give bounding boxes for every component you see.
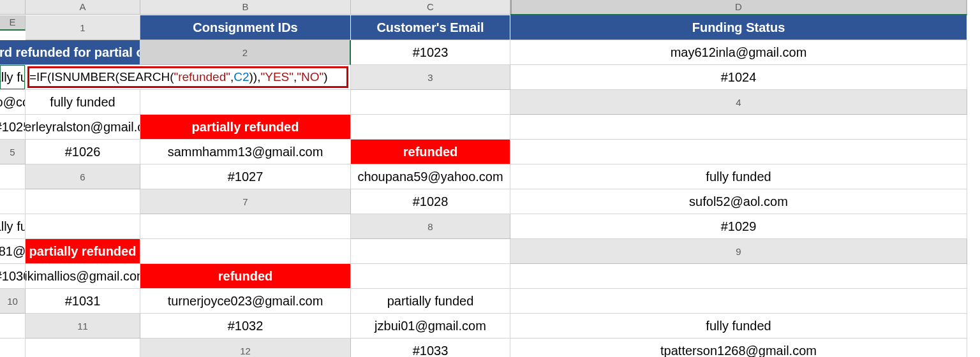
row-header-12[interactable]: 12 [140, 339, 351, 357]
cell-c10[interactable]: partially funded [351, 289, 510, 314]
cell-c2-value: partially funded [0, 70, 26, 85]
col-header-c[interactable]: C [351, 0, 510, 15]
row-header-4[interactable]: 4 [510, 90, 967, 115]
row-header-5[interactable]: 5 [0, 140, 26, 164]
row-header-1[interactable]: 1 [26, 15, 140, 40]
cell-b8[interactable]: evanscleo81@gmail.com [0, 239, 26, 264]
row-header-6[interactable]: 6 [26, 164, 140, 189]
cell-a5[interactable]: #1026 [26, 140, 140, 164]
cell-a2[interactable]: #1023 [351, 40, 510, 65]
spreadsheet-grid[interactable]: A B C D E 1 Consignment IDs Customer's E… [0, 0, 980, 357]
cell-c9[interactable]: refunded [140, 264, 351, 289]
header-email[interactable]: Customer's Email [351, 15, 510, 40]
cell-d10[interactable] [510, 289, 967, 314]
cell-a7[interactable]: #1028 [351, 189, 510, 214]
cell-e5[interactable] [0, 164, 26, 189]
cell-d7[interactable] [26, 214, 140, 239]
cell-c4[interactable]: partially refunded [140, 115, 351, 140]
col-header-d-label: D [735, 1, 742, 12]
header-consignment[interactable]: Consignment IDs [140, 15, 351, 40]
cell-e7[interactable] [140, 214, 351, 239]
cell-b11[interactable]: jzbui01@gmail.com [351, 314, 510, 339]
cell-d2-formula[interactable]: =IF(ISNUMBER(SEARCH("refunded",C2)),"YES… [26, 65, 351, 90]
col-header-d[interactable]: D [510, 0, 967, 15]
formula-token: "NO" [297, 70, 323, 84]
cell-b2[interactable]: may612inla@gmail.com [510, 40, 967, 65]
row-header-9[interactable]: 9 [510, 239, 967, 264]
cell-a6[interactable]: #1027 [140, 164, 351, 189]
cell-b9[interactable]: vikimallios@gmail.com [26, 264, 140, 289]
cell-a4[interactable]: #1025 [0, 115, 26, 140]
cell-c5[interactable]: refunded [351, 140, 510, 164]
cell-b10[interactable]: turnerjoyce023@gmail.com [140, 289, 351, 314]
cell-c7[interactable]: partially funded [0, 214, 26, 239]
cell-d11[interactable] [0, 339, 26, 357]
cell-b5[interactable]: sammhamm13@gmail.com [140, 140, 351, 164]
header-status[interactable]: Funding Status [510, 15, 967, 40]
cell-e11[interactable] [26, 339, 140, 357]
cell-a12[interactable]: #1033 [351, 339, 510, 357]
cell-a11[interactable]: #1032 [140, 314, 351, 339]
formula-token: C2 [234, 70, 249, 84]
cell-b7[interactable]: sufol52@aol.com [510, 189, 967, 214]
cell-a3[interactable]: #1024 [510, 65, 967, 90]
cell-d8[interactable] [140, 239, 351, 264]
cell-a9[interactable]: #1030 [0, 264, 26, 289]
col-header-a[interactable]: A [26, 0, 140, 15]
formula-token: SEARCH [119, 70, 170, 84]
formula-token: ) [323, 70, 327, 84]
cell-d5[interactable] [510, 140, 967, 164]
cell-b4[interactable]: beverleyralston@gmail.com [26, 115, 140, 140]
row-header-8[interactable]: 8 [351, 214, 510, 239]
cell-a10[interactable]: #1031 [26, 289, 140, 314]
cell-d9[interactable] [351, 264, 510, 289]
row-header-3[interactable]: 3 [351, 65, 510, 90]
cell-c2[interactable]: partially funded [0, 65, 26, 90]
cell-e8[interactable] [351, 239, 510, 264]
col-header-b[interactable]: B [140, 0, 351, 15]
header-search[interactable]: Search the word refunded for partial or … [0, 40, 140, 65]
cell-d3[interactable] [140, 90, 351, 115]
cell-b12[interactable]: tpatterson1268@gmail.com [510, 339, 967, 357]
cell-c11[interactable]: fully funded [510, 314, 967, 339]
row-header-10[interactable]: 10 [0, 289, 26, 314]
row-header-11[interactable]: 11 [26, 314, 140, 339]
formula-token: ISNUMBER [51, 70, 115, 84]
cell-c3[interactable]: fully funded [26, 90, 140, 115]
cell-e6[interactable] [26, 189, 140, 214]
cell-b6[interactable]: choupana59@yahoo.com [351, 164, 510, 189]
cell-e4[interactable] [510, 115, 967, 140]
cell-a8[interactable]: #1029 [510, 214, 967, 239]
row-header-2[interactable]: 2 [140, 40, 351, 65]
formula-token: "YES" [260, 70, 293, 84]
cell-c6[interactable]: fully funded [510, 164, 967, 189]
formula-token: =IF [29, 70, 47, 84]
cell-d6[interactable] [0, 189, 26, 214]
cell-d4[interactable] [351, 115, 510, 140]
cell-e3[interactable] [351, 90, 510, 115]
formula-token: "refunded" [174, 70, 230, 84]
cell-b3[interactable]: mary.greco@comcast.net [0, 90, 26, 115]
cell-e10[interactable] [0, 314, 26, 339]
cell-e9[interactable] [510, 264, 967, 289]
cell-c8[interactable]: partially refunded [26, 239, 140, 264]
row-header-7[interactable]: 7 [140, 189, 351, 214]
col-header-e[interactable]: E [0, 15, 26, 31]
select-all-corner[interactable] [0, 0, 26, 15]
